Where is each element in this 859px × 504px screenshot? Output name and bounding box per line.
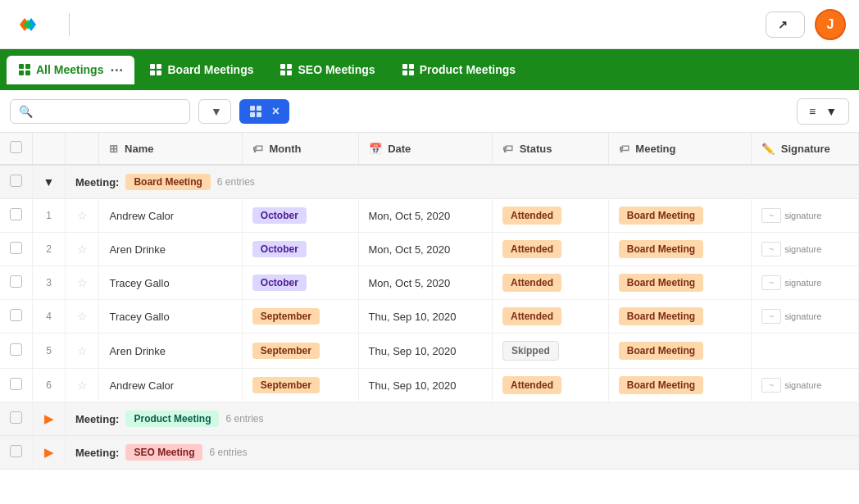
toolbar: 🔍 ▼ × ≡ ▼ [0,90,859,133]
row-meeting-0-3: Board Meeting [608,300,751,334]
filter-button[interactable]: ▼ [198,99,231,124]
svg-rect-10 [287,64,292,69]
form-dropdown-icon: ▼ [825,105,837,118]
row-sig-0-2: ~signature [752,266,859,300]
row-check-0-3[interactable] [0,300,33,334]
row-check-0-0[interactable] [0,199,33,233]
group-checkbox-seo[interactable] [10,445,22,457]
sig-label-0-5: signature [784,380,821,390]
row-check-0-5[interactable] [0,369,33,402]
table-row: 6 ☆ Andrew Calor September Thu, Sep 10, … [0,369,859,402]
th-signature: ✏️ Signature [752,133,859,165]
group-row-product: ▶ Meeting: Product Meeting 6 entries [0,402,859,436]
group-label-td-seo: Meeting: SEO Meeting 6 entries [66,436,859,470]
row-checkbox-0-2[interactable] [10,275,22,288]
sig-display-0-1: ~signature [761,242,848,257]
sig-thumb-0-3: ~ [761,309,781,324]
month-badge-0-2: October [252,275,307,291]
month-badge-0-4: September [252,343,320,359]
row-star-0-2[interactable]: ☆ [66,266,99,300]
tab-product-meetings[interactable]: Product Meetings [390,57,527,83]
th-num [33,133,66,165]
group-checkbox-board[interactable] [10,175,22,187]
row-star-0-3[interactable]: ☆ [66,300,99,334]
tab-all-meetings-more[interactable]: ⋯ [110,62,123,78]
group-entries-product: 6 entries [225,413,263,425]
sig-col-icon: ✏️ [761,143,775,155]
row-date-0-0: Mon, Oct 5, 2020 [358,199,493,233]
row-month-0-5: September [242,369,358,402]
tab-seo-meetings[interactable]: SEO Meetings [268,57,386,83]
row-num-0-5: 6 [33,369,66,402]
status-col-icon: 🏷 [502,143,513,155]
row-check-0-4[interactable] [0,334,33,369]
share-button[interactable]: ↗ [766,11,805,38]
sig-label-0-1: signature [784,244,821,254]
row-checkbox-0-5[interactable] [10,378,22,390]
row-status-0-2: Attended [493,266,609,300]
row-star-0-5[interactable]: ☆ [66,369,99,402]
row-star-0-1[interactable]: ☆ [66,233,99,266]
row-checkbox-0-1[interactable] [10,242,22,254]
row-star-0-0[interactable]: ☆ [66,199,99,233]
grid-icon [18,63,31,76]
row-name-0-5: Andrew Calor [99,369,242,402]
group-toggle-icon-board[interactable]: ▼ [43,175,55,188]
row-check-0-2[interactable] [0,266,33,300]
sig-display-0-2: ~signature [761,275,848,290]
th-star [66,133,99,165]
row-date-0-1: Mon, Oct 5, 2020 [358,233,493,266]
month-badge-0-1: October [252,241,307,257]
tab-board-meetings[interactable]: Board Meetings [138,57,265,83]
tab-all-meetings[interactable]: All Meetings ⋯ [7,56,134,84]
group-toggle-icon-seo[interactable]: ▶ [44,446,53,459]
row-meeting-0-5: Board Meeting [608,369,751,402]
sig-label-0-3: signature [784,311,821,321]
meeting-tag-0-2: Board Meeting [619,274,703,292]
search-box[interactable]: 🔍 [10,99,190,124]
group-entries-seo: 6 entries [209,447,247,458]
group-label-cell-product: Meeting: Product Meeting 6 entries [75,411,848,427]
group-expand-product[interactable]: ▶ [33,402,66,436]
row-checkbox-0-0[interactable] [10,208,22,220]
tab-board-meetings-label: Board Meetings [167,63,253,76]
form-button[interactable]: ≡ ▼ [797,98,849,125]
th-month-label: Month [269,143,301,155]
group-check-board[interactable] [0,165,33,199]
row-checkbox-0-4[interactable] [10,343,22,356]
group-meeting-badge-product: Product Meeting [125,411,219,427]
group-expand-board[interactable]: ▼ [33,165,66,199]
row-sig-0-0: ~signature [752,199,859,233]
group-toggle-icon-product[interactable]: ▶ [44,412,53,425]
group-check-product[interactable] [0,402,33,436]
logo-area [13,10,88,39]
svg-rect-8 [157,70,161,75]
row-num-0-4: 5 [33,334,66,369]
tab-all-meetings-label: All Meetings [36,63,103,76]
row-name-0-1: Aren Drinke [99,233,242,266]
month-col-icon: 🏷 [252,143,263,155]
group-check-seo[interactable] [0,436,33,470]
grouped-by-meeting-tag[interactable]: × [239,99,289,124]
row-star-0-4[interactable]: ☆ [66,334,99,369]
group-tag-icon [249,105,262,118]
tab-bar: All Meetings ⋯ Board Meetings SEO Meetin… [0,49,859,90]
th-name: ⊞ Name [99,133,242,165]
row-meeting-0-0: Board Meeting [608,199,751,233]
group-tag-close[interactable]: × [272,105,280,118]
group-checkbox-product[interactable] [10,411,22,424]
th-checkbox [0,133,33,165]
row-checkbox-0-3[interactable] [10,309,22,321]
row-date-0-4: Thu, Sep 10, 2020 [358,334,493,369]
row-sig-0-4 [752,334,859,369]
date-col-icon: 📅 [369,143,382,155]
row-check-0-1[interactable] [0,233,33,266]
avatar[interactable]: J [815,9,846,40]
group-expand-seo[interactable]: ▶ [33,436,66,470]
row-meeting-0-4: Board Meeting [608,334,751,369]
filter-icon: ▼ [211,105,222,118]
select-all-checkbox[interactable] [10,141,22,153]
status-badge-0-1: Attended [502,240,561,258]
group-label-text-seo: Meeting: [75,447,119,459]
row-sig-0-5: ~signature [752,369,859,402]
